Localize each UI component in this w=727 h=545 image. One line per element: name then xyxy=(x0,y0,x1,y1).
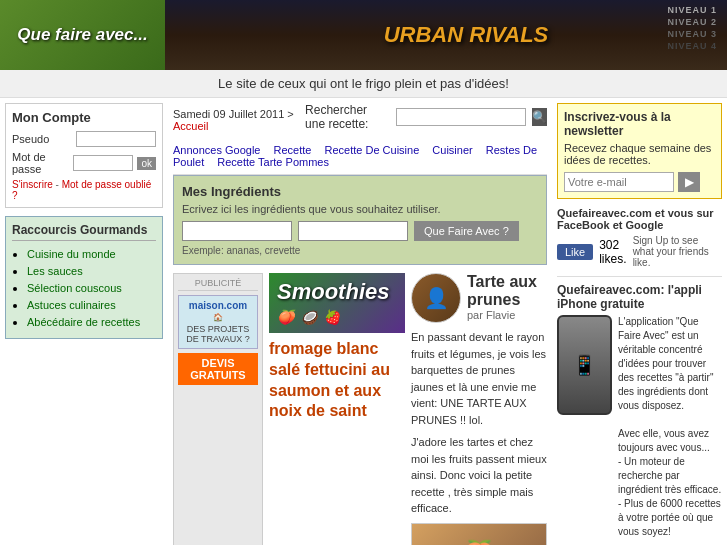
header-banner: URBAN RIVALS NIVEAU 1 NIVEAU 2 NIVEAU 3 … xyxy=(165,0,727,70)
like-button[interactable]: Like xyxy=(557,244,593,260)
search-label: Rechercher une recette: xyxy=(305,103,390,131)
search-button[interactable]: 🔍 xyxy=(532,108,547,126)
urban-rivals-logo: URBAN RIVALS xyxy=(384,22,549,48)
facebook-title: Quefaireavec.com et vous sur FaceBook et… xyxy=(557,207,722,231)
ingredient-input-1[interactable] xyxy=(182,221,292,241)
raccourcis-title: Raccourcis Gourmands xyxy=(12,223,156,241)
facebook-box: Quefaireavec.com et vous sur FaceBook et… xyxy=(557,207,722,268)
newsletter-box: Inscrivez-vous à la newsletter Recevez c… xyxy=(557,103,722,199)
list-item: Abécédaire de recettes xyxy=(27,315,156,329)
pub-maison-title: maison.com xyxy=(183,300,253,311)
raccourcis-link-couscous[interactable]: Sélection couscous xyxy=(27,282,122,294)
account-links: S'inscrire - Mot de passe oublié ? xyxy=(12,179,156,201)
account-title: Mon Compte xyxy=(12,110,156,125)
tarte-box: 👤 Tarte aux prunes par Flavie En passant… xyxy=(411,273,547,545)
que-faire-button[interactable]: Que Faire Avec ? xyxy=(414,221,519,241)
password-label: Mot de passe xyxy=(12,151,69,175)
ad-link-recette[interactable]: Recette xyxy=(274,144,312,156)
iphone-image: 📱 xyxy=(557,315,612,415)
pseudo-label: Pseudo xyxy=(12,133,72,145)
date-text: Samedi 09 Juillet 2011 > xyxy=(173,108,294,120)
ingredients-title: Mes Ingrédients xyxy=(182,184,538,199)
facebook-like-row: Like 302 likes. Sign Up to see what your… xyxy=(557,235,722,268)
niveau-2: NIVEAU 2 xyxy=(667,17,717,27)
right-sidebar: Inscrivez-vous à la newsletter Recevez c… xyxy=(552,98,727,545)
tarte-image: 👤 xyxy=(411,273,461,323)
tarte-author: par Flavie xyxy=(467,309,547,321)
smoothies-banner[interactable]: Smoothies 🍑 🥥 🍓 xyxy=(269,273,405,333)
raccourcis-box: Raccourcis Gourmands Cuisine du monde Le… xyxy=(5,216,163,339)
tarte-title-row: 👤 Tarte aux prunes par Flavie xyxy=(411,273,547,323)
iphone-description: L'application "Que Faire Avec" est un vé… xyxy=(618,315,722,539)
iphone-content: 📱 L'application "Que Faire Avec" est un … xyxy=(557,315,722,539)
pseudo-row: Pseudo xyxy=(12,131,156,147)
site-header: Que faire avec... URBAN RIVALS NIVEAU 1 … xyxy=(0,0,727,70)
pub-maison[interactable]: maison.com 🏠 DES PROJETS DE TRAVAUX ? xyxy=(178,295,258,349)
fruit-icons: 🍑 🥥 🍓 xyxy=(277,309,397,325)
iphone-box: Quefaireavec.com: l'appli iPhone gratuit… xyxy=(557,276,722,539)
tarte-title[interactable]: Tarte aux prunes xyxy=(467,273,547,309)
niveau-list: NIVEAU 1 NIVEAU 2 NIVEAU 3 NIVEAU 4 xyxy=(667,5,717,51)
niveau-4: NIVEAU 4 xyxy=(667,41,717,51)
logo-text: Que faire avec... xyxy=(17,25,147,45)
pub-label: PUBLICITÉ xyxy=(178,278,258,291)
ad-link-cuisiner[interactable]: Cuisiner xyxy=(432,144,472,156)
ingredients-subtitle: Ecrivez ici les ingrédients que vous sou… xyxy=(182,203,538,215)
ingredients-inputs: Que Faire Avec ? xyxy=(182,221,538,241)
signup-text: Sign Up to see what your friends like. xyxy=(633,235,722,268)
pub-box: PUBLICITÉ maison.com 🏠 DES PROJETS DE TR… xyxy=(173,273,263,545)
tarte-text-1: En passant devant le rayon fruits et lég… xyxy=(411,329,547,428)
raccourcis-link-sauces[interactable]: Les sauces xyxy=(27,265,83,277)
ok-button[interactable]: ok xyxy=(137,157,156,170)
site-logo[interactable]: Que faire avec... xyxy=(0,0,165,70)
smoothies-title: Smoothies xyxy=(277,279,397,305)
raccourcis-list: Cuisine du monde Les sauces Sélection co… xyxy=(12,247,156,329)
account-box: Mon Compte Pseudo Mot de passe ok S'insc… xyxy=(5,103,163,208)
raccourcis-link-cuisine[interactable]: Cuisine du monde xyxy=(27,248,116,260)
submit-icon: ▶ xyxy=(685,175,694,189)
raccourcis-link-abc[interactable]: Abécédaire de recettes xyxy=(27,316,140,328)
search-icon: 🔍 xyxy=(532,110,547,124)
newsletter-title: Inscrivez-vous à la newsletter xyxy=(564,110,715,138)
pseudo-input[interactable] xyxy=(76,131,156,147)
pub-icon: 🏠 xyxy=(183,313,253,322)
main-wrapper: Mon Compte Pseudo Mot de passe ok S'insc… xyxy=(0,98,727,545)
newsletter-desc: Recevez chaque semaine des idées de rece… xyxy=(564,142,715,166)
search-row: Rechercher une recette: 🔍 xyxy=(305,103,547,131)
raccourcis-link-astuces[interactable]: Astuces culinaires xyxy=(27,299,116,311)
tagline: Le site de ceux qui ont le frigo plein e… xyxy=(0,70,727,98)
list-item: Sélection couscous xyxy=(27,281,156,295)
newsletter-submit-button[interactable]: ▶ xyxy=(678,172,700,192)
date-breadcrumb: Samedi 09 Juillet 2011 > Accueil xyxy=(173,104,305,136)
home-link[interactable]: Accueil xyxy=(173,120,208,132)
content-area: PUBLICITÉ maison.com 🏠 DES PROJETS DE TR… xyxy=(173,273,547,545)
password-input[interactable] xyxy=(73,155,133,171)
article-fromage[interactable]: fromage blanc salé fettucini au saumon e… xyxy=(269,339,405,422)
niveau-3: NIVEAU 3 xyxy=(667,29,717,39)
ad-link-tarte[interactable]: Recette Tarte Pommes xyxy=(217,156,329,168)
ad-links: Annonces Google Recette Recette De Cuisi… xyxy=(173,142,547,175)
left-sidebar: Mon Compte Pseudo Mot de passe ok S'insc… xyxy=(0,98,168,545)
tarte-photo: 🍑 xyxy=(411,523,547,546)
ingredient-input-2[interactable] xyxy=(298,221,408,241)
ad-link-recette-cuisine[interactable]: Recette De Cuisine xyxy=(325,144,420,156)
newsletter-email-input[interactable] xyxy=(564,172,674,192)
register-link[interactable]: S'inscrire xyxy=(12,179,53,190)
articles-box: Smoothies 🍑 🥥 🍓 fromage blanc salé fettu… xyxy=(269,273,405,545)
niveau-1: NIVEAU 1 xyxy=(667,5,717,15)
newsletter-input-row: ▶ xyxy=(564,172,715,192)
list-item: Les sauces xyxy=(27,264,156,278)
like-count: 302 likes. xyxy=(599,238,626,266)
pub-maison-sub: DES PROJETS DE TRAVAUX ? xyxy=(183,324,253,344)
iphone-title: Quefaireavec.com: l'appli iPhone gratuit… xyxy=(557,276,722,311)
list-item: Cuisine du monde xyxy=(27,247,156,261)
tarte-text-2: J'adore les tartes et chez moi les fruit… xyxy=(411,434,547,517)
ad-links-label: Annonces Google xyxy=(173,144,260,156)
ingredients-box: Mes Ingrédients Ecrivez ici les ingrédie… xyxy=(173,175,547,265)
center-content: Samedi 09 Juillet 2011 > Accueil Recherc… xyxy=(168,98,552,545)
list-item: Astuces culinaires xyxy=(27,298,156,312)
pub-devis[interactable]: DEVIS GRATUITS xyxy=(178,353,258,385)
password-row: Mot de passe ok xyxy=(12,151,156,175)
search-input[interactable] xyxy=(396,108,526,126)
top-bar: Samedi 09 Juillet 2011 > Accueil Recherc… xyxy=(173,103,547,137)
